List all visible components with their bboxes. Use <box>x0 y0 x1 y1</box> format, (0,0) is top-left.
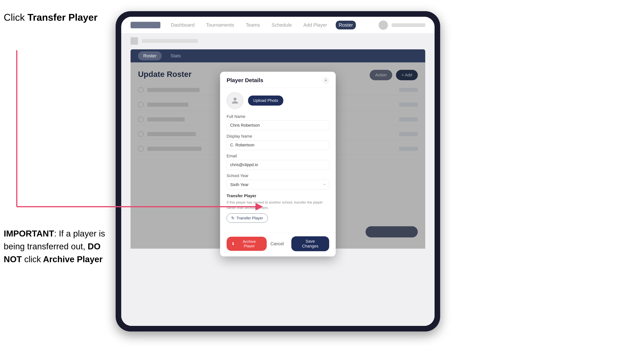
transfer-title: Transfer Player <box>226 193 329 198</box>
breadcrumb-text <box>142 39 198 43</box>
breadcrumb-icon <box>130 37 138 45</box>
tab-bar-wrapper: Roster Stats <box>121 49 434 62</box>
important-archive: Archive Player <box>41 254 102 264</box>
upload-photo-button[interactable]: Upload Photo <box>248 96 283 106</box>
navbar-link-add-player[interactable]: Add Player <box>300 21 330 29</box>
full-name-input[interactable] <box>226 121 329 130</box>
app-chrome: Dashboard Tournaments Teams Schedule Add… <box>121 17 434 326</box>
display-name-input[interactable] <box>226 140 329 150</box>
full-name-label: Full Name <box>226 114 329 119</box>
photo-avatar <box>226 92 244 109</box>
modal-body: Upload Photo Full Name Display Name <box>220 88 336 232</box>
breadcrumb <box>130 37 425 45</box>
navbar-link-tournaments[interactable]: Tournaments <box>203 21 237 29</box>
transfer-icon: ↻ <box>231 216 234 220</box>
archive-icon: ⬇ <box>232 242 235 246</box>
tab-roster[interactable]: Roster <box>138 51 162 60</box>
navbar-right <box>378 20 425 30</box>
save-changes-button[interactable]: Save Changes <box>291 236 329 251</box>
cancel-button[interactable]: Cancel <box>267 239 288 249</box>
school-year-label: School Year <box>226 173 329 178</box>
app-logo <box>130 22 160 28</box>
important-text-3: click <box>22 254 41 264</box>
school-year-select[interactable]: Sixth Year First Year Second Year Third … <box>226 180 329 189</box>
main-panel-wrapper: Update Roster Action + Add <box>121 62 434 249</box>
user-name-placeholder <box>392 23 425 27</box>
instruction-important: IMPORTANT: If a player is being transfer… <box>4 227 112 266</box>
transfer-player-button[interactable]: ↻ Transfer Player <box>226 213 268 223</box>
modal-header: Player Details × <box>220 72 336 88</box>
display-name-label: Display Name <box>226 134 329 139</box>
email-group: Email <box>226 154 329 170</box>
transfer-btn-label: Transfer Player <box>236 216 263 220</box>
transfer-section: Transfer Player If this player has moved… <box>226 193 329 223</box>
navbar-link-teams[interactable]: Teams <box>243 21 263 29</box>
full-name-group: Full Name <box>226 114 329 130</box>
user-icon <box>231 97 239 104</box>
navbar-link-roster[interactable]: Roster <box>336 21 356 29</box>
modal-footer: ⬇ Archive Player Cancel Save Changes <box>220 232 336 256</box>
user-avatar <box>378 20 388 30</box>
instruction-area: Click Transfer Player <box>4 11 112 24</box>
tablet-device: Dashboard Tournaments Teams Schedule Add… <box>116 11 440 332</box>
email-label: Email <box>226 154 329 159</box>
navbar-link-dashboard[interactable]: Dashboard <box>168 21 198 29</box>
breadcrumb-area <box>121 33 434 45</box>
instruction-action: Transfer Player <box>28 12 98 23</box>
tab-stats[interactable]: Stats <box>166 51 186 60</box>
instruction-click-text: Click Transfer Player <box>4 11 112 24</box>
email-input[interactable] <box>226 160 329 170</box>
photo-upload-row: Upload Photo <box>226 92 329 109</box>
transfer-description: If this player has moved to another scho… <box>226 200 329 210</box>
footer-right: Cancel Save Changes <box>267 236 329 251</box>
archive-btn-label: Archive Player <box>237 239 262 248</box>
main-panel: Update Roster Action + Add <box>130 62 425 249</box>
player-details-modal: Player Details × <box>220 72 336 256</box>
school-year-group: School Year Sixth Year First Year Second… <box>226 173 329 189</box>
tablet-screen: Dashboard Tournaments Teams Schedule Add… <box>121 17 434 326</box>
navbar-links: Dashboard Tournaments Teams Schedule Add… <box>168 21 371 29</box>
modal-close-button[interactable]: × <box>322 77 329 84</box>
display-name-group: Display Name <box>226 134 329 150</box>
modal-title: Player Details <box>226 77 263 83</box>
tab-bar: Roster Stats <box>130 49 425 62</box>
navbar-link-schedule[interactable]: Schedule <box>268 21 295 29</box>
important-label: IMPORTANT <box>4 229 54 238</box>
modal-overlay: Player Details × <box>130 62 425 249</box>
archive-player-button[interactable]: ⬇ Archive Player <box>226 237 267 251</box>
navbar: Dashboard Tournaments Teams Schedule Add… <box>121 17 434 33</box>
